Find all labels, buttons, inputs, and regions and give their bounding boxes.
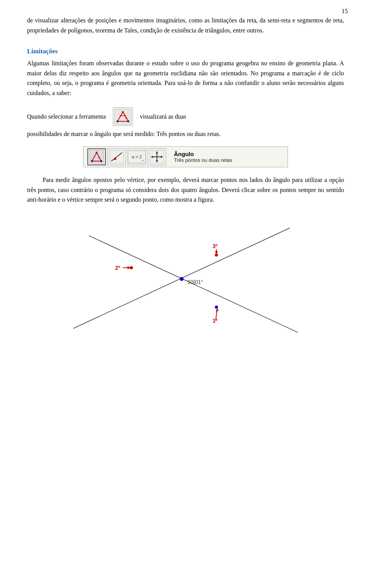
svg-marker-28 — [215, 251, 218, 254]
section-body: Algumas limitações foram observadas dura… — [27, 58, 344, 98]
tool-text-after: visualizará as duas — [140, 112, 186, 122]
diagram-area: 50|01° 3º 2º 1º — [27, 216, 344, 340]
intro-paragraph: de visualizar alterações de posições e m… — [27, 15, 344, 35]
tool-text-before: Quando selecionar a ferramenta — [27, 112, 106, 122]
tool-continuation: possibilidades de marcar o ângulo que se… — [27, 129, 344, 139]
svg-point-14 — [114, 158, 116, 160]
section-title: Limitações — [27, 48, 344, 55]
angle-tool-icon: α — [113, 107, 133, 126]
toolbar-btn-value[interactable]: a = 2 — [128, 148, 146, 165]
toolbar-sub: Três pontos ou duas retas — [174, 157, 232, 163]
toolbar-btn-move[interactable] — [148, 148, 166, 165]
svg-point-9 — [91, 160, 93, 162]
svg-point-3 — [116, 120, 118, 122]
tool-sentence-row: Quando selecionar a ferramenta α visuali… — [27, 107, 344, 126]
para2: Para medir ângulos opostos pelo vértice,… — [27, 175, 344, 205]
point3-label: 3º — [213, 243, 218, 249]
svg-marker-30 — [128, 266, 131, 269]
page-number: 15 — [342, 8, 348, 15]
angle-value-label: 50|01° — [187, 279, 203, 285]
point1-dot — [215, 306, 218, 309]
angle-diagram: 50|01° 3º 2º 1º — [50, 216, 321, 340]
svg-point-4 — [127, 120, 129, 122]
toolbar-title: Ângulo — [174, 151, 232, 157]
svg-point-2 — [122, 111, 124, 113]
svg-point-10 — [100, 160, 102, 162]
page-container: 15 de visualizar alterações de posições … — [0, 0, 371, 588]
point2-label: 2º — [115, 265, 120, 271]
svg-text:α: α — [125, 116, 128, 120]
toolbar-label: Ângulo Três pontos ou duas retas — [174, 151, 232, 163]
toolbar-strip: α a = 2 — [83, 146, 288, 167]
svg-text:a = 2: a = 2 — [132, 155, 142, 159]
toolbar-btn-angle3[interactable]: α — [87, 148, 106, 165]
svg-point-8 — [96, 152, 98, 154]
toolbar-btn-line[interactable] — [107, 148, 126, 165]
point1-label: 1º — [213, 318, 218, 324]
svg-text:α: α — [98, 156, 100, 160]
limitacoes-section: Limitações Algumas limitações foram obse… — [27, 48, 344, 98]
intersection-dot — [180, 277, 184, 281]
